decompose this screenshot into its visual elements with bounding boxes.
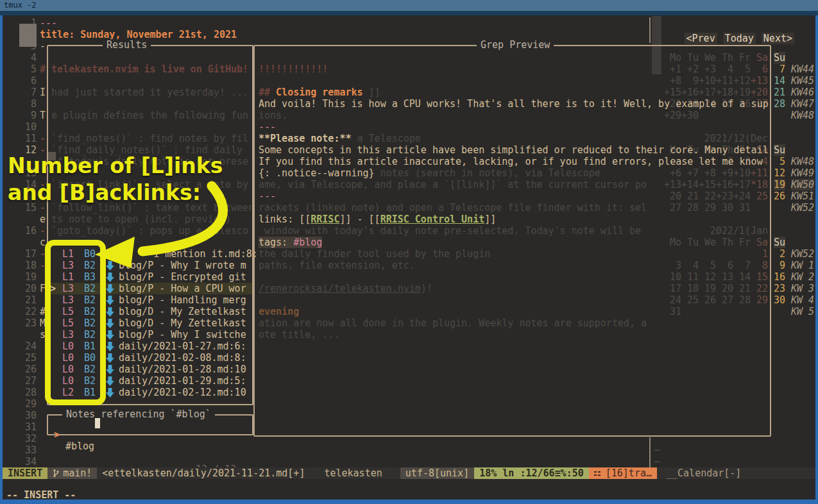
screen: tmux -2 1---2title: Sunday, November 21s… bbox=[0, 0, 818, 504]
result-filename[interactable]: blog/P - How a CPU wor bbox=[119, 283, 246, 294]
result-filename[interactable]: daily/2021-02-12.md:10 bbox=[119, 387, 246, 398]
calendar-week-number-text: KW 4 bbox=[791, 294, 814, 306]
line-number: 32 bbox=[19, 433, 37, 444]
calendar-week-number: KW47 bbox=[791, 98, 815, 110]
down-arrow-icon bbox=[106, 296, 114, 305]
window-titlebar[interactable]: tmux -2 bbox=[0, 0, 818, 11]
buffer-text: --- bbox=[40, 17, 57, 29]
down-arrow-icon bbox=[106, 376, 114, 389]
preview-text: ote title, ... bbox=[259, 329, 339, 340]
calendar-sunday-day[interactable]: 12 bbox=[774, 167, 785, 179]
preview-text: If you find this article inaccurate, lac… bbox=[259, 156, 763, 167]
calendar-sunday-day[interactable]: 19 bbox=[774, 179, 785, 190]
calendar-nav-prev-button[interactable]: <Prev bbox=[685, 33, 717, 44]
calendar-nav-today-button[interactable]: Today bbox=[723, 33, 756, 44]
result-filename[interactable]: daily/2021-01-29.md:5: bbox=[119, 375, 246, 387]
git-branch-label: main! bbox=[63, 467, 92, 479]
preview-text: tags: bbox=[259, 237, 293, 248]
calendar-sunday-label-text: Su bbox=[774, 144, 785, 156]
calendar-week-number: KW 5 bbox=[791, 306, 815, 317]
preview-text: --- bbox=[259, 190, 276, 202]
calendar-week-number-text: KW 2 bbox=[791, 271, 814, 283]
result-filename[interactable]: daily/2021-02-08.md:8: bbox=[119, 352, 246, 364]
filetype-label: telekasten bbox=[310, 467, 400, 479]
calendar-week-number-text: KW46 bbox=[791, 87, 814, 98]
cursor-position: 18% ln :12/66≡%:50 bbox=[474, 467, 589, 479]
preview-line: the daily finder tool used by the plugin bbox=[259, 248, 490, 260]
preview-text: Closing remarks bbox=[276, 87, 362, 98]
preview-line: window with today's daily note pre-selec… bbox=[259, 225, 641, 237]
result-filename[interactable]: blog/D - My Zettelkast bbox=[119, 306, 246, 317]
preview-text: ]] bbox=[484, 214, 496, 225]
scroll-indicator-top-left bbox=[19, 24, 37, 47]
buffer-text: T bbox=[40, 110, 46, 121]
calendar-sunday-day[interactable]: 23 bbox=[774, 283, 785, 294]
preview-text: ame, via Telescope, and place a `[[link]… bbox=[259, 179, 647, 190]
preview-text: rackets (linked note) and open a Telesco… bbox=[259, 202, 647, 214]
calendar-sunday-day[interactable]: 14 bbox=[774, 75, 785, 87]
preview-line: ote title, ... bbox=[259, 329, 339, 340]
buffer-text: I bbox=[40, 87, 46, 98]
down-arrow-icon bbox=[106, 284, 114, 296]
down-arrow-icon bbox=[106, 307, 114, 317]
calendar-sunday-label-text: Su bbox=[774, 52, 785, 63]
annotation-line1: Number of [L]inks bbox=[8, 154, 223, 178]
preview-text: RRISC bbox=[311, 214, 339, 225]
down-arrow-icon bbox=[106, 284, 114, 294]
calendar-sunday-day[interactable]: 2 bbox=[780, 248, 785, 260]
calendar-sunday-day[interactable]: 28 bbox=[774, 98, 785, 110]
calendar-week-number: KW52 bbox=[791, 248, 815, 260]
down-arrow-icon bbox=[106, 273, 114, 282]
calendar-week-number-text: KW48 bbox=[791, 110, 814, 121]
line-number: 33 bbox=[19, 444, 37, 456]
window-separator-top bbox=[649, 17, 651, 43]
preview-line: **Please note:** a Telescope bbox=[259, 133, 421, 144]
result-filename[interactable]: daily/2021-01-27.md:6: bbox=[119, 340, 246, 352]
calendar-week-number: KW44 bbox=[791, 63, 815, 75]
calendar-sunday-day[interactable]: 7 bbox=[780, 63, 785, 75]
empty-line-tilde: ~ bbox=[654, 456, 660, 467]
calendar-week-number-text: KW52 bbox=[791, 248, 814, 260]
calendar-sunday-day[interactable]: 5 bbox=[780, 156, 785, 167]
result-filename[interactable]: blog/P - Handling merg bbox=[119, 294, 246, 306]
preview-line: links: [[RRISC]] - [[RRISC Control Unit]… bbox=[259, 214, 496, 225]
result-filename[interactable]: daily/2021-01-28.md:10 bbox=[119, 364, 246, 375]
preview-text: ]] - [[ bbox=[339, 214, 380, 225]
calendar-nav-next-button[interactable]: Next> bbox=[762, 33, 794, 44]
down-arrow-icon bbox=[106, 388, 114, 400]
result-filename[interactable]: blog/P - Encrypted git bbox=[119, 271, 246, 283]
calendar-sunday-day[interactable]: 9 bbox=[780, 260, 785, 271]
line-number: 29 bbox=[19, 398, 37, 410]
calendar-sunday-label-text: Su bbox=[774, 237, 785, 248]
preview-line: {: .notice--warning} notes (search in no… bbox=[259, 167, 601, 179]
result-filename[interactable]: blog/D - My Zettelkast bbox=[119, 317, 246, 329]
prompt-input[interactable]: #blog bbox=[65, 441, 94, 452]
preview-text: And voila! This is how a CPU works! That… bbox=[259, 98, 769, 110]
calendar-week-number: KW 3 bbox=[791, 283, 815, 294]
mode-indicator: INSERT bbox=[3, 467, 47, 479]
line-number: 28 bbox=[19, 387, 37, 398]
calendar-week-number-text: KW 1 bbox=[791, 260, 814, 271]
prompt-window[interactable]: Notes referencing `#blog` > #blog 13 / 1… bbox=[47, 414, 253, 435]
calendar-week-number: KW48 bbox=[791, 110, 815, 121]
down-arrow-icon bbox=[106, 319, 114, 331]
preview-text: {: .notice--warning} bbox=[259, 167, 375, 179]
calendar-statusline: __Calendar[-] bbox=[657, 467, 815, 479]
preview-text: RRISC Control Unit bbox=[380, 214, 485, 225]
calendar-sunday-day[interactable]: 21 bbox=[774, 87, 785, 98]
git-branch-icon bbox=[53, 469, 60, 478]
results-title: Results bbox=[103, 39, 151, 51]
calendar-sunday-day[interactable]: 26 bbox=[774, 190, 785, 202]
preview-text: **Please note:** bbox=[259, 133, 352, 144]
calendar-week-number: KW 4 bbox=[791, 294, 815, 306]
line-number: 34 bbox=[19, 456, 37, 467]
line-number: 11 bbox=[19, 133, 37, 144]
line-number: 30 bbox=[19, 410, 37, 421]
line-number: 22 bbox=[19, 306, 37, 317]
result-filename[interactable]: blog/P - Why I switche bbox=[119, 329, 246, 340]
buffer-text: e bbox=[40, 214, 46, 225]
calendar-week-number: KW51 bbox=[791, 190, 815, 202]
calendar-sunday-day[interactable]: 30 bbox=[774, 294, 785, 306]
calendar-sunday-day[interactable]: 16 bbox=[774, 271, 785, 283]
down-arrow-icon bbox=[106, 342, 114, 354]
